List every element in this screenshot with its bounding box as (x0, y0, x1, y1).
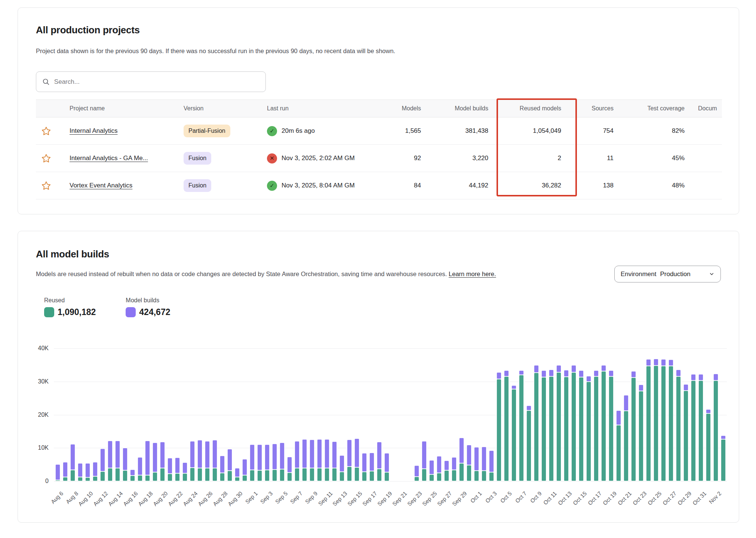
project-name-link[interactable]: Internal Analytics - GA Me... (70, 155, 148, 162)
last-run-text: 20m 6s ago (282, 127, 315, 135)
x-axis-tick: Aug 6 (49, 490, 64, 505)
bar-model-builds (683, 384, 688, 391)
bar-reused (549, 376, 554, 481)
bar-model-builds (325, 439, 329, 468)
favorite-star-button[interactable] (41, 181, 51, 191)
x-axis-tick: Oct 23 (631, 490, 648, 506)
x-axis-tick: Sep 21 (391, 490, 408, 507)
version-badge: Fusion (184, 179, 211, 192)
builds-card-subtitle-text: Models are reused instead of rebuilt whe… (36, 270, 447, 277)
bar-reused (706, 413, 711, 481)
bar-model-builds (310, 440, 314, 468)
chart-x-axis-labels: Aug 6Aug 8Aug 10Aug 12Aug 14Aug 16Aug 18… (54, 486, 727, 512)
bar-model-builds (444, 461, 449, 470)
x-axis-tick: Aug 14 (107, 490, 124, 507)
bar-model-builds (414, 465, 419, 476)
bar-reused (310, 468, 314, 481)
legend-item-model-builds: Model builds424,672 (126, 297, 170, 317)
table-row[interactable]: Internal Analytics - GA Me...Fusion✕Nov … (36, 145, 722, 172)
bar-model-builds (564, 370, 569, 377)
legend-swatch (44, 307, 54, 317)
y-axis-tick: 0 (26, 478, 49, 484)
table-row[interactable]: Internal AnalyticsPartial-Fusion✓20m 6s … (36, 117, 722, 145)
legend-item-reused: Reused1,090,182 (44, 297, 96, 317)
bar-model-builds (280, 443, 285, 469)
bar-model-builds (190, 441, 195, 468)
x-axis-tick: Sep 5 (274, 490, 289, 505)
last-run-text: Nov 3, 2025, 2:02 AM GM (282, 155, 355, 162)
model-builds-value: 381,438 (421, 117, 488, 144)
bar-reused (265, 470, 270, 481)
y-axis-tick: 20K (26, 412, 49, 418)
x-axis-tick: Oct 5 (499, 490, 513, 504)
bar-model-builds (609, 370, 614, 376)
bar-model-builds (534, 365, 539, 373)
bar-reused (683, 391, 688, 481)
test-coverage-value: 45% (614, 145, 685, 172)
bar-model-builds (482, 447, 486, 471)
bar-reused (631, 377, 636, 481)
bar-reused (661, 366, 666, 481)
x-axis-tick: Oct 31 (691, 490, 707, 506)
table-header-row: Project nameVersionLast runModelsModel b… (36, 100, 722, 117)
search-input[interactable] (54, 78, 259, 86)
learn-more-link[interactable]: Learn more here. (449, 270, 496, 277)
bar-reused (422, 469, 427, 481)
bar-model-builds (130, 470, 135, 476)
bar-model-builds (698, 374, 703, 380)
environment-select[interactable]: Environment Production (614, 266, 721, 282)
bar-model-builds (646, 359, 651, 366)
chevron-down-icon (709, 271, 714, 277)
bar-reused (526, 410, 531, 481)
projects-table: Project nameVersionLast runModelsModel b… (36, 100, 722, 199)
bar-reused (115, 468, 120, 482)
bar-model-builds (302, 439, 307, 468)
bar-reused (497, 379, 501, 481)
bar-model-builds (639, 385, 643, 391)
bar-model-builds (287, 457, 292, 473)
bar-reused (295, 468, 299, 482)
model-builds-card: All model builds Models are reused inste… (18, 231, 739, 523)
project-name-link[interactable]: Internal Analytics (70, 127, 118, 135)
bar-model-builds (63, 462, 68, 477)
version-badge: Fusion (184, 152, 211, 165)
bar-reused (511, 389, 516, 481)
bar-reused (534, 373, 539, 481)
bar-model-builds (676, 370, 681, 376)
bar-reused (55, 480, 60, 481)
bar-reused (594, 376, 599, 481)
x-axis-tick: Oct 27 (661, 490, 677, 506)
bar-model-builds (721, 435, 726, 439)
x-axis-tick: Oct 25 (646, 490, 663, 506)
gridline: 40K (54, 348, 727, 349)
favorite-star-button[interactable] (41, 126, 51, 136)
bar-model-builds (317, 439, 322, 468)
bar-reused (541, 377, 546, 481)
table-body: Internal AnalyticsPartial-Fusion✓20m 6s … (36, 117, 722, 199)
bar-reused (489, 472, 494, 481)
favorite-star-button[interactable] (41, 153, 51, 163)
model-builds-value: 3,220 (421, 145, 488, 172)
search-box[interactable] (36, 71, 266, 92)
bar-reused (153, 472, 157, 481)
bar-model-builds (654, 359, 658, 366)
bar-reused (272, 470, 277, 481)
test-coverage-value: 82% (614, 117, 685, 144)
bar-reused (474, 471, 479, 481)
x-axis-tick: Sep 11 (317, 490, 334, 507)
bar-reused (257, 470, 262, 481)
bar-model-builds (354, 438, 359, 467)
success-check-icon: ✓ (267, 181, 277, 191)
x-axis-tick: Oct 21 (617, 490, 633, 506)
project-name-link[interactable]: Vortex Event Analytics (70, 182, 132, 189)
table-row[interactable]: Vortex Event AnalyticsFusion✓Nov 3, 2025… (36, 172, 722, 199)
bar-reused (182, 473, 187, 481)
bar-reused (325, 468, 329, 482)
bar-reused (519, 375, 524, 481)
bar-model-builds (452, 457, 457, 470)
x-axis-tick: Sep 9 (304, 490, 319, 505)
bar-reused (354, 467, 359, 481)
column-header-docum: Docum (685, 100, 722, 117)
bar-reused (437, 473, 442, 481)
bar-reused (190, 468, 195, 481)
